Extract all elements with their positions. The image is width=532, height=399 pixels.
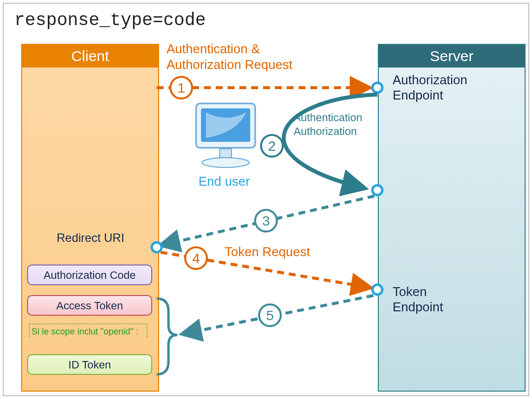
server-header: Server — [379, 45, 525, 67]
redirect-uri-label: Redirect URI — [57, 231, 124, 245]
id-token: ID Token — [27, 354, 152, 375]
end-user-label: End user — [199, 174, 250, 189]
diagram-frame: response_type=code Client Server Authori… — [3, 3, 529, 396]
client-box: Client — [21, 44, 159, 392]
token-endpoint-label: Token Endpoint — [393, 284, 443, 315]
page-title: response_type=code — [14, 10, 206, 31]
authorization-code-token: Authorization Code — [27, 265, 152, 285]
client-header: Client — [22, 45, 158, 67]
access-token: Access Token — [27, 295, 152, 316]
scope-note: Si le scope inclut "openid" : — [29, 324, 147, 337]
authorization-endpoint-label: Authorization Endpoint — [393, 72, 467, 103]
